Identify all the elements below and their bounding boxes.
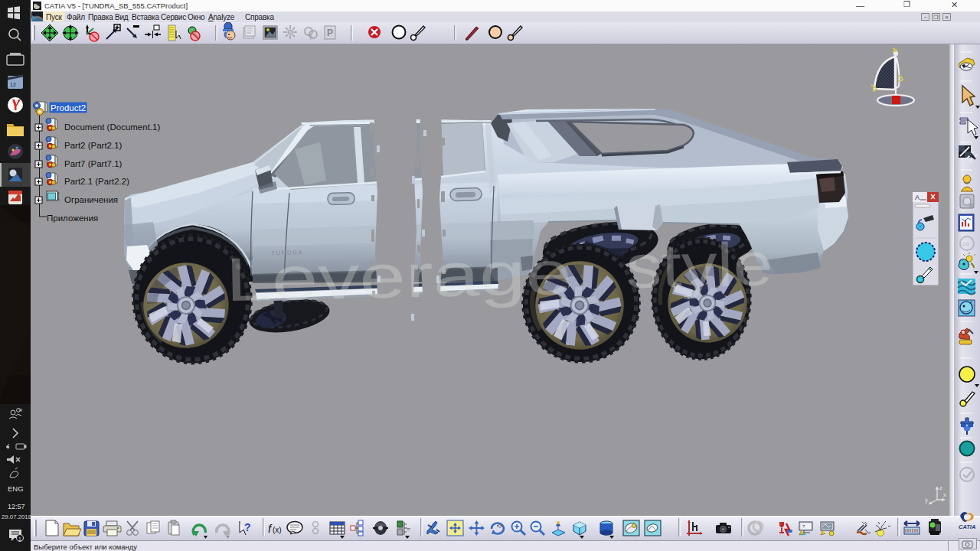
svg-text:CATIA: CATIA [959, 523, 975, 530]
svg-text:A: A [915, 194, 920, 201]
svg-text:?: ? [244, 521, 251, 533]
svg-text:?: ? [309, 34, 312, 41]
svg-text:12:57: 12:57 [8, 503, 25, 510]
svg-text:P: P [327, 28, 333, 38]
svg-text:x: x [943, 491, 946, 498]
svg-text:style: style [625, 230, 773, 301]
svg-text:y: y [925, 497, 928, 504]
svg-text:co: co [962, 240, 969, 247]
svg-text:Product2: Product2 [51, 103, 86, 112]
svg-text:29.07.2018: 29.07.2018 [2, 514, 31, 520]
svg-text:Leverage: Leverage [225, 239, 573, 314]
svg-text:=: = [407, 525, 410, 533]
svg-text:12: 12 [10, 82, 16, 87]
svg-text:R: R [19, 408, 23, 412]
svg-text:z: z [939, 484, 942, 491]
svg-text:ENG: ENG [8, 484, 24, 493]
svg-text:(x): (x) [273, 526, 282, 534]
svg-text:1: 1 [18, 536, 21, 542]
